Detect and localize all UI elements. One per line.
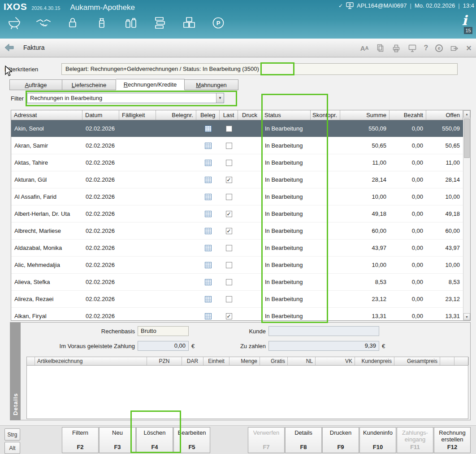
table-row[interactable]: Alieva, Stefka02.02.2026In Bearbeitung8,… [11, 274, 463, 291]
last-checkbox[interactable] [226, 143, 232, 149]
lock-icon[interactable] [65, 15, 81, 31]
beleg-grid-icon[interactable] [205, 245, 212, 251]
scroll-down-icon[interactable]: ▼ [463, 313, 470, 320]
back-arrow-icon[interactable] [4, 43, 16, 53]
column-header-summe[interactable]: Summe [340, 110, 389, 120]
beleg-grid-icon[interactable] [205, 228, 212, 234]
prepayment-field[interactable]: 0,00 [138, 341, 189, 351]
beleg-grid-icon[interactable] [205, 143, 212, 149]
beleg-grid-icon[interactable] [205, 279, 212, 285]
column-header-druck[interactable]: Druck [238, 110, 262, 120]
close-icon[interactable]: × [466, 43, 472, 53]
beleg-grid-icon[interactable] [205, 262, 212, 268]
cell-druck [238, 171, 262, 188]
table-row[interactable]: Akin, Senol02.02.2026In Bearbeitung550,0… [11, 120, 463, 137]
beleg-grid-icon[interactable] [205, 160, 212, 166]
table-row[interactable]: Aktas, Tahire02.02.2026In Bearbeitung11,… [11, 154, 463, 171]
scrollbar-thumb[interactable] [464, 118, 470, 158]
fkey-button-f2[interactable]: FilternF2 [62, 427, 99, 453]
fkey-button-f9[interactable]: DruckenF9 [322, 427, 359, 453]
detach-window-icon[interactable] [450, 44, 459, 52]
cell-druck [238, 137, 262, 154]
column-header-skontopr[interactable]: Skontopr. [311, 110, 340, 120]
last-checkbox[interactable] [226, 194, 232, 200]
tab-aufträge[interactable]: Aufträge [9, 79, 62, 90]
zu-zahlen-field[interactable]: 9,39 [268, 341, 379, 351]
table-row[interactable]: Akran, Samir02.02.2026In Bearbeitung50,6… [11, 137, 463, 154]
last-checkbox[interactable]: ✓ [226, 177, 232, 183]
last-checkbox[interactable]: ✓ [226, 313, 232, 319]
column-header-last[interactable]: Last [220, 110, 238, 120]
chevron-down-icon[interactable]: ▼ [216, 93, 224, 103]
column-header-status[interactable]: Status [262, 110, 311, 120]
fkey-button-f3[interactable]: NeuF3 [99, 427, 136, 453]
cell-beleg [196, 274, 220, 290]
table-row[interactable]: Akturan, Gül02.02.2026✓In Bearbeitung28,… [11, 171, 463, 188]
font-size-icon[interactable]: AA [360, 44, 369, 52]
last-checkbox[interactable] [226, 160, 232, 166]
table-row[interactable]: Albert-Herlan, Dr. Uta02.02.2026✓In Bear… [11, 205, 463, 223]
beleg-grid-icon[interactable] [205, 177, 212, 183]
column-header-adressat[interactable]: Adressat [11, 110, 82, 120]
scroll-up-icon[interactable]: ▲ [463, 110, 470, 118]
flasks-icon[interactable] [123, 15, 139, 31]
column-header-bezahlt[interactable]: Bezahlt [389, 110, 426, 120]
vertical-scrollbar[interactable]: ▲ ▼ [463, 110, 470, 320]
cell-adressat: Akturan, Gül [11, 171, 82, 188]
mortar-pestle-icon[interactable] [6, 15, 22, 31]
column-header-faelligkeit[interactable]: Fälligkeit [119, 110, 156, 120]
table-row[interactable]: Aldazabal, Monika02.02.2026In Bearbeitun… [11, 240, 463, 257]
fkey-button-f10[interactable]: KundeninfoF10 [359, 427, 396, 453]
p-circle-icon[interactable]: P [210, 15, 226, 31]
last-checkbox[interactable] [226, 279, 232, 285]
info-icon[interactable]: i [462, 13, 467, 28]
fkey-button-f5[interactable]: BearbeitenF5 [173, 427, 210, 453]
alt-key[interactable]: Alt [4, 442, 20, 454]
last-checkbox[interactable] [226, 296, 232, 302]
column-header-beleg[interactable]: Beleg [196, 110, 220, 120]
table-row[interactable]: Alireza, Rezaei02.02.2026In Bearbeitung2… [11, 291, 463, 308]
monitor-icon[interactable] [408, 44, 417, 52]
details-side-tab[interactable]: Details [10, 323, 21, 420]
beleg-grid-icon[interactable] [205, 126, 212, 132]
fkey-button-f8[interactable]: DetailsF8 [285, 427, 322, 453]
column-header-datum[interactable]: Datum [82, 110, 119, 120]
cell-offen: 28,14 [426, 171, 463, 188]
table-row[interactable]: Albrecht, Marliese02.02.2026✓In Bearbeit… [11, 223, 463, 240]
beleg-grid-icon[interactable] [205, 313, 212, 319]
tab-rechnungen-kredite[interactable]: Rechnungen/Kredite [116, 79, 185, 90]
cell-belegnr [156, 137, 196, 154]
table-row[interactable]: Al Assafin, Farid02.02.2026In Bearbeitun… [11, 188, 463, 205]
last-checkbox[interactable] [226, 262, 232, 268]
fkey-button-f4[interactable]: LöschenF4 [136, 427, 173, 453]
packages-icon[interactable] [181, 15, 197, 31]
tab-lieferscheine[interactable]: Lieferscheine [62, 79, 116, 90]
strg-key[interactable]: Strg [4, 428, 20, 441]
beleg-grid-icon[interactable] [205, 296, 212, 302]
fkey-button-f12[interactable]: Rechnung erstellenF12 [434, 427, 471, 453]
filter-criteria-field[interactable]: Belegart: Rechnungen+Geldverrechnungen /… [61, 63, 458, 75]
e-symbol-icon[interactable]: e [435, 44, 443, 52]
beleg-grid-icon[interactable] [205, 211, 212, 217]
help-icon[interactable]: ? [424, 44, 428, 52]
cell-beleg [196, 120, 220, 137]
last-checkbox[interactable] [226, 245, 232, 251]
function-key-bar: Strg Alt FilternF2NeuF3LöschenF4Bearbeit… [0, 425, 476, 454]
medicine-bottle-icon[interactable] [94, 15, 110, 31]
print-icon[interactable] [392, 44, 401, 52]
tab-mahnungen[interactable]: Mahnungen [185, 79, 238, 90]
document-stack-icon[interactable] [152, 15, 168, 31]
rechenbasis-field[interactable]: Brutto [138, 326, 189, 336]
column-header-belegnr[interactable]: Belegnr. [156, 110, 196, 120]
column-header-offen[interactable]: Offen [426, 110, 463, 120]
table-row[interactable]: Alic, Mehmedaljia02.02.2026In Bearbeitun… [11, 257, 463, 274]
handshake-icon[interactable] [35, 15, 52, 31]
last-checkbox[interactable] [226, 126, 232, 132]
table-row[interactable]: Alkan, Firyal02.02.2026✓In Bearbeitung13… [11, 308, 463, 320]
kunde-field[interactable] [268, 326, 379, 336]
last-checkbox[interactable]: ✓ [226, 228, 232, 234]
filter-dropdown[interactable]: Rechnungen in Bearbeitung ▼ [27, 93, 224, 103]
beleg-grid-icon[interactable] [205, 194, 212, 200]
copy-icon[interactable] [376, 44, 385, 52]
last-checkbox[interactable]: ✓ [226, 211, 232, 217]
